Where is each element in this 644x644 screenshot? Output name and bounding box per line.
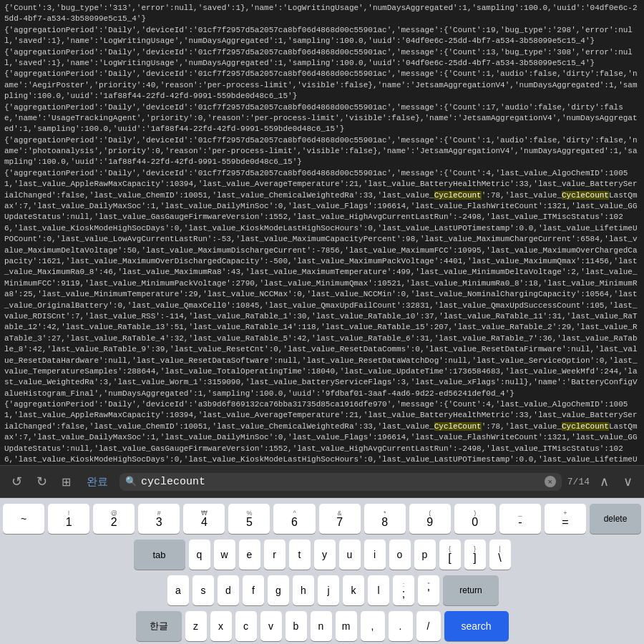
key-mainlabel-hash: 3 bbox=[156, 517, 162, 528]
redo-button[interactable]: ↻ bbox=[32, 471, 52, 492]
keyboard-key-rbrace[interactable]: }] bbox=[464, 540, 486, 570]
keyboard-key-u[interactable]: u bbox=[339, 540, 361, 570]
keyboard-key-j[interactable]: j bbox=[318, 575, 339, 605]
keyboard-key-k[interactable]: k bbox=[343, 575, 364, 605]
key-mainlabel-uscore: - bbox=[518, 517, 522, 528]
keyboard-key-i[interactable]: i bbox=[364, 540, 386, 570]
key-mainlabel-rparen: 0 bbox=[472, 517, 478, 528]
keyboard-key-z[interactable]: z bbox=[185, 611, 207, 641]
keyboard-key-y[interactable]: y bbox=[314, 540, 336, 570]
keyboard-key-b[interactable]: b bbox=[286, 611, 307, 641]
key-mainlabel-pct: 5 bbox=[246, 517, 253, 528]
paste-button[interactable]: ⊞ bbox=[57, 472, 75, 492]
match-highlight: CycleCount bbox=[434, 191, 482, 200]
keyboard-key-amp[interactable]: &7 bbox=[319, 504, 361, 534]
keyboard-key-p[interactable]: p bbox=[414, 540, 436, 570]
keyboard-key-g[interactable]: g bbox=[268, 575, 289, 605]
keyboard-key-uscore[interactable]: _- bbox=[499, 504, 541, 534]
undo-button[interactable]: ↺ bbox=[7, 471, 26, 492]
key-mainlabel-caret: 6 bbox=[291, 517, 298, 528]
keyboard-key-period[interactable]: . bbox=[389, 611, 413, 641]
keyboard-key-tilde[interactable]: ~ bbox=[3, 504, 44, 534]
keyboard-key-m[interactable]: m bbox=[336, 611, 357, 641]
keyboard-key-plus[interactable]: += bbox=[545, 504, 586, 534]
keyboard-key-h[interactable]: h bbox=[293, 575, 314, 605]
keyboard-key-comma[interactable]: , bbox=[361, 611, 385, 641]
clear-search-button[interactable]: × bbox=[545, 476, 556, 487]
key-mainlabel-star: 8 bbox=[381, 517, 388, 528]
search-bar: ↺ ↻ ⊞ 완료 🔍 × 7/14 ∧ ∨ bbox=[0, 465, 644, 498]
search-input-wrapper: 🔍 × bbox=[119, 473, 562, 491]
key-mainlabel-lparen: 9 bbox=[426, 517, 433, 528]
search-icon: 🔍 bbox=[125, 476, 137, 487]
keyboard-key-tab[interactable]: tab bbox=[134, 540, 185, 570]
keyboard-row-4: 한글zxcvbnm,./search bbox=[3, 611, 641, 641]
keyboard: ~!1@2#3₩4%5^6&7*8(9)0_-+=delete tabqwert… bbox=[0, 498, 644, 644]
key-mainlabel-pipe: \ bbox=[498, 552, 501, 564]
keyboard-key-n[interactable]: n bbox=[311, 611, 332, 641]
keyboard-key-excl[interactable]: !1 bbox=[48, 504, 89, 534]
keyboard-key-t[interactable]: t bbox=[289, 540, 311, 570]
keyboard-key-dquote[interactable]: "' bbox=[418, 575, 439, 605]
keyboard-key-hash[interactable]: #3 bbox=[138, 504, 180, 534]
text-content: {'Count':3,'bug_type':'313','error':null… bbox=[0, 0, 644, 465]
key-mainlabel-plus: = bbox=[562, 517, 568, 528]
keyboard-key-s[interactable]: s bbox=[192, 575, 214, 605]
keyboard-key-e[interactable]: e bbox=[239, 540, 260, 570]
match-count: 7/14 bbox=[567, 477, 590, 487]
keyboard-key-r[interactable]: r bbox=[264, 540, 286, 570]
keyboard-key-f[interactable]: f bbox=[243, 575, 264, 605]
key-mainlabel-amp: 7 bbox=[336, 517, 343, 528]
keyboard-key-d[interactable]: d bbox=[218, 575, 239, 605]
keyboard-key-pipe[interactable]: |\ bbox=[489, 540, 511, 570]
keyboard-key-return[interactable]: return bbox=[443, 575, 499, 605]
match-highlight: CycleCount bbox=[562, 422, 609, 431]
key-mainlabel-won: 4 bbox=[201, 517, 208, 528]
prev-match-button[interactable]: ∧ bbox=[595, 472, 613, 491]
done-button[interactable]: 완료 bbox=[81, 472, 114, 492]
search-input[interactable] bbox=[141, 476, 540, 488]
key-mainlabel-rbrace: ] bbox=[473, 552, 476, 564]
keyboard-key-v[interactable]: v bbox=[260, 611, 282, 641]
keyboard-key-a[interactable]: a bbox=[167, 575, 189, 605]
keyboard-key-search[interactable]: search bbox=[444, 611, 509, 641]
key-mainlabel-colon: ; bbox=[402, 588, 405, 600]
keyboard-row-2: tabqwertyuiop{[}]|\ bbox=[3, 540, 641, 570]
keyboard-key-lbrace[interactable]: {[ bbox=[439, 540, 461, 570]
keyboard-key-w[interactable]: w bbox=[214, 540, 235, 570]
keyboard-key-lparen[interactable]: (9 bbox=[409, 504, 451, 534]
key-mainlabel-dquote: ' bbox=[427, 588, 429, 600]
keyboard-key-star[interactable]: *8 bbox=[364, 504, 406, 534]
keyboard-key-l[interactable]: l bbox=[368, 575, 389, 605]
match-highlight: CycleCount bbox=[434, 422, 482, 431]
next-match-button[interactable]: ∨ bbox=[619, 472, 637, 491]
keyboard-key-won[interactable]: ₩4 bbox=[183, 504, 225, 534]
keyboard-key-c[interactable]: c bbox=[235, 611, 257, 641]
key-mainlabel-excl: 1 bbox=[66, 517, 72, 528]
keyboard-key-hangul[interactable]: 한글 bbox=[136, 611, 182, 641]
keyboard-row-3: asdfghjkl:;"'return bbox=[3, 575, 641, 605]
key-mainlabel-lbrace: [ bbox=[448, 552, 451, 564]
match-highlight: CycleCount bbox=[562, 191, 609, 200]
key-mainlabel-at: 2 bbox=[111, 517, 117, 528]
keyboard-key-caret[interactable]: ^6 bbox=[273, 504, 315, 534]
keyboard-key-rparen[interactable]: )0 bbox=[454, 504, 496, 534]
keyboard-key-delete[interactable]: delete bbox=[590, 504, 641, 534]
keyboard-key-pct[interactable]: %5 bbox=[228, 504, 270, 534]
keyboard-row-1: ~!1@2#3₩4%5^6&7*8(9)0_-+=delete bbox=[3, 504, 641, 534]
keyboard-key-slash[interactable]: / bbox=[416, 611, 441, 641]
keyboard-key-q[interactable]: q bbox=[189, 540, 210, 570]
keyboard-key-colon[interactable]: :; bbox=[393, 575, 414, 605]
keyboard-key-at[interactable]: @2 bbox=[93, 504, 135, 534]
keyboard-key-o[interactable]: o bbox=[389, 540, 411, 570]
keyboard-key-x[interactable]: x bbox=[210, 611, 232, 641]
